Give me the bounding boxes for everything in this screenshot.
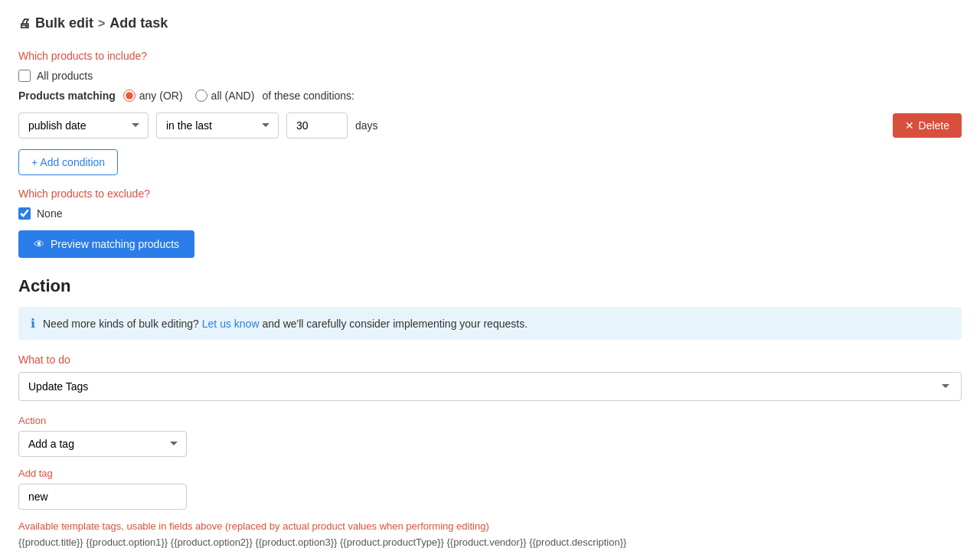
breadcrumb: 🖨 Bulk edit > Add task <box>18 15 962 31</box>
none-checkbox[interactable] <box>18 207 31 220</box>
info-icon: ℹ <box>31 316 35 331</box>
condition-operator-select[interactable]: in the last is is not contains does not … <box>156 112 279 139</box>
action-select[interactable]: Add a tag Remove a tag Replace a tag <box>18 431 187 457</box>
delete-button[interactable]: ✕ Delete <box>893 113 962 138</box>
any-or-label: any (OR) <box>139 90 183 102</box>
none-row: None <box>18 207 962 220</box>
info-banner: ℹ Need more kinds of bulk editing? Let u… <box>18 307 962 340</box>
all-and-label: all (AND) <box>211 90 255 102</box>
any-or-option: any (OR) <box>123 90 183 102</box>
preview-label: Preview matching products <box>51 238 179 250</box>
preview-button[interactable]: 👁 Preview matching products <box>18 230 194 258</box>
all-products-label: All products <box>37 70 93 82</box>
delete-icon: ✕ <box>905 119 914 132</box>
products-matching-label: Products matching <box>18 90 116 102</box>
any-or-radio[interactable] <box>123 90 136 102</box>
all-and-option: all (AND) <box>195 90 255 102</box>
radio-group: any (OR) all (AND) <box>123 90 255 102</box>
preview-icon: 👁 <box>34 238 44 250</box>
condition-field-select[interactable]: publish date title vendor product type t… <box>18 112 149 139</box>
products-matching-row: Products matching any (OR) all (AND) of … <box>18 90 962 102</box>
bulk-edit-icon: 🖨 <box>18 17 31 31</box>
action-sub-section: Action Add a tag Remove a tag Replace a … <box>18 415 962 457</box>
all-and-radio[interactable] <box>195 90 207 102</box>
info-link[interactable]: Let us know <box>202 318 260 330</box>
add-tag-label: Add tag <box>18 468 962 479</box>
include-section: Which products to include? All products … <box>18 50 962 187</box>
all-products-checkbox[interactable] <box>18 70 31 82</box>
all-products-row: All products <box>18 70 962 82</box>
add-tag-sub-section: Add tag <box>18 468 962 510</box>
delete-label: Delete <box>919 119 949 132</box>
template-tags-list: {{product.title}} {{product.option1}} {{… <box>18 535 962 551</box>
add-condition-button[interactable]: + Add condition <box>18 149 118 175</box>
conditions-label: of these conditions: <box>262 90 354 102</box>
what-to-do-select[interactable]: Update Tags Update Price Update Inventor… <box>18 372 962 401</box>
action-section: Action ℹ Need more kinds of bulk editing… <box>18 276 962 551</box>
breadcrumb-separator: > <box>98 17 105 31</box>
info-text: Need more kinds of bulk editing? Let us … <box>43 318 528 330</box>
condition-value-input[interactable] <box>286 112 348 139</box>
none-label: None <box>37 207 62 220</box>
action-sub-label: Action <box>18 415 962 426</box>
exclude-section: Which products to exclude? None <box>18 187 962 220</box>
add-tag-input[interactable] <box>18 484 187 510</box>
breadcrumb-parent[interactable]: Bulk edit <box>35 15 93 31</box>
template-tags-info: Available template tags, usable in field… <box>18 520 962 532</box>
action-heading: Action <box>18 276 962 296</box>
condition-row: publish date title vendor product type t… <box>18 112 962 139</box>
days-label: days <box>355 119 378 132</box>
page-wrapper: 🖨 Bulk edit > Add task Which products to… <box>0 0 980 551</box>
what-to-do-label: What to do <box>18 354 962 366</box>
exclude-question: Which products to exclude? <box>18 187 962 200</box>
breadcrumb-current: Add task <box>109 15 168 31</box>
include-question: Which products to include? <box>18 50 962 62</box>
